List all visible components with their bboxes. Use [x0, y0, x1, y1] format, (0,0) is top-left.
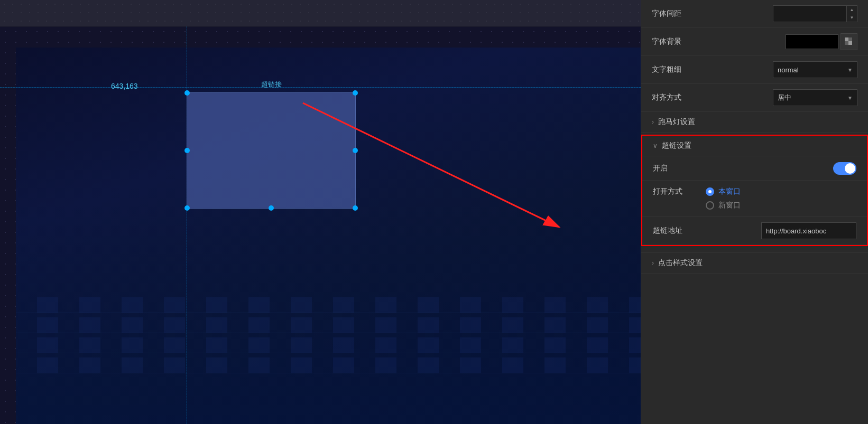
- font-background-picker-button[interactable]: [841, 33, 857, 50]
- box-label: 超链接: [261, 80, 282, 89]
- hyperlink-enabled-label: 开启: [653, 164, 706, 173]
- font-weight-dropdown-arrow: ▼: [847, 67, 853, 73]
- click-style-settings-header[interactable]: › 点击样式设置: [641, 252, 868, 274]
- vertical-guide: [187, 26, 187, 424]
- font-background-swatch[interactable]: [786, 34, 838, 49]
- open-mode-radio-group[interactable]: 本窗口 新窗口: [706, 187, 741, 210]
- spinner-down-button[interactable]: ▼: [847, 14, 857, 22]
- font-background-row: 字体背景: [641, 28, 868, 56]
- font-spacing-label: 字体间距: [652, 9, 705, 18]
- radio-new-window-circle[interactable]: [706, 201, 714, 210]
- font-spacing-value: [773, 6, 857, 10]
- hyperlink-enabled-row: 开启: [642, 156, 867, 181]
- font-spacing-row: 字体间距 ▲ ▼: [641, 0, 868, 28]
- radio-new-window-label: 新窗口: [718, 201, 741, 210]
- marquee-settings-header[interactable]: › 跑马灯设置: [641, 112, 868, 133]
- hyperlink-toggle[interactable]: [833, 162, 856, 175]
- hyperlink-enabled-control[interactable]: [706, 162, 856, 175]
- radio-current-window-circle[interactable]: [706, 187, 714, 196]
- selected-element-box[interactable]: 超链接: [187, 92, 356, 209]
- font-weight-dropdown[interactable]: normal ▼: [773, 61, 857, 78]
- marquee-chevron-icon: ›: [652, 118, 654, 126]
- click-style-chevron-icon: ›: [652, 259, 654, 267]
- font-spacing-control[interactable]: ▲ ▼: [705, 5, 857, 22]
- open-mode-label: 打开方式: [653, 187, 706, 196]
- handle-top-left[interactable]: [184, 90, 190, 96]
- font-weight-row: 文字粗细 normal ▼: [641, 56, 868, 84]
- font-weight-control[interactable]: normal ▼: [705, 61, 857, 78]
- click-style-settings-label: 点击样式设置: [658, 258, 703, 268]
- alignment-dropdown-arrow: ▼: [847, 95, 853, 101]
- radio-current-window-label: 本窗口: [718, 187, 741, 196]
- svg-rect-5: [848, 41, 852, 45]
- horizontal-guide: [0, 87, 641, 88]
- open-mode-row: 打开方式 本窗口 新窗口: [642, 181, 867, 217]
- color-picker-icon: [845, 37, 853, 46]
- handle-top-right[interactable]: [353, 90, 358, 96]
- coordinates-label: 643,163: [111, 82, 138, 90]
- marquee-settings-label: 跑马灯设置: [658, 117, 695, 127]
- radio-option-new-window[interactable]: 新窗口: [706, 201, 741, 210]
- alignment-label: 对齐方式: [652, 93, 705, 102]
- handle-middle-right[interactable]: [353, 148, 358, 153]
- handle-middle-left[interactable]: [184, 148, 190, 153]
- hyperlink-settings-label: 超链设置: [662, 141, 691, 150]
- radio-option-current-window[interactable]: 本窗口: [706, 187, 741, 196]
- svg-rect-4: [845, 41, 848, 45]
- alignment-value: 居中: [778, 93, 791, 102]
- font-background-control[interactable]: [705, 33, 857, 50]
- toggle-thumb: [845, 163, 855, 174]
- hyperlink-settings-header[interactable]: ∨ 超链设置: [642, 136, 867, 156]
- handle-bottom-center[interactable]: [269, 205, 274, 211]
- alignment-row: 对齐方式 居中 ▼: [641, 84, 868, 112]
- right-panel: 字体间距 ▲ ▼ 字体背景: [641, 0, 868, 424]
- url-label: 超链地址: [653, 226, 706, 235]
- handle-bottom-right[interactable]: [353, 205, 358, 211]
- canvas-area[interactable]: 643,163 超链接: [0, 0, 641, 424]
- font-spacing-spinner[interactable]: ▲ ▼: [773, 5, 857, 22]
- svg-rect-3: [848, 37, 852, 41]
- url-row: 超链地址: [642, 217, 867, 245]
- font-weight-label: 文字粗细: [652, 65, 705, 74]
- top-ruler: [0, 0, 641, 26]
- open-mode-control[interactable]: 本窗口 新窗口: [706, 187, 856, 210]
- handle-bottom-left[interactable]: [184, 205, 190, 211]
- alignment-dropdown[interactable]: 居中 ▼: [773, 89, 857, 106]
- spinner-up-button[interactable]: ▲: [847, 6, 857, 14]
- hyperlink-chevron-icon: ∨: [653, 142, 658, 149]
- font-background-label: 字体背景: [652, 37, 705, 46]
- url-control[interactable]: [706, 222, 856, 239]
- spinner-arrows[interactable]: ▲ ▼: [846, 6, 857, 22]
- hyperlink-settings-section: ∨ 超链设置 开启 打开方式 本窗口: [641, 135, 868, 246]
- font-weight-value: normal: [778, 66, 799, 74]
- url-input[interactable]: [761, 222, 856, 239]
- alignment-control[interactable]: 居中 ▼: [705, 89, 857, 106]
- svg-rect-2: [845, 37, 848, 41]
